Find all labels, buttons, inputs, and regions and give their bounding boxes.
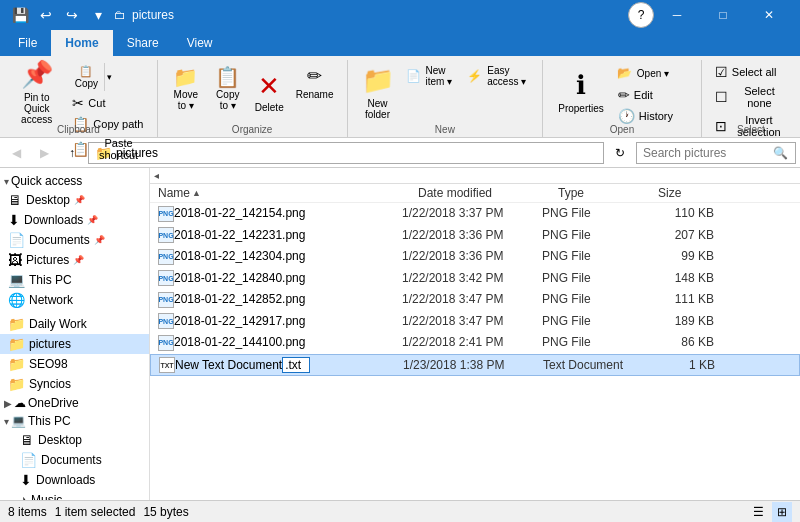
sidebar-item-network[interactable]: 🌐 Network xyxy=(0,290,149,310)
dropdown-button[interactable]: ▾ xyxy=(86,3,110,27)
undo-button[interactable]: ↩ xyxy=(34,3,58,27)
documents-icon: 📄 xyxy=(8,232,25,248)
help-button[interactable]: ? xyxy=(628,2,654,28)
thispc-icon: 💻 xyxy=(8,272,25,288)
file-name: 2018-01-22_142852.png xyxy=(174,292,305,306)
sidebar-item-syncios[interactable]: 📁 Syncios xyxy=(0,374,149,394)
sidebar-item-downloads[interactable]: ⬇ Downloads 📌 xyxy=(0,210,149,230)
sidebar-item-pc-music[interactable]: ♪ Music xyxy=(0,490,149,500)
file-icon: PNG xyxy=(158,270,174,287)
col-header-size[interactable]: Size xyxy=(658,186,738,200)
close-button[interactable]: ✕ xyxy=(746,0,792,30)
sidebar-item-seo98[interactable]: 📁 SEO98 xyxy=(0,354,149,374)
clipboard-group: 📌 Pin to Quickaccess 📋 Copy ▾ ✂ Cut 📋 xyxy=(0,60,158,137)
address-bar[interactable]: 📁 pictures xyxy=(88,142,604,164)
select-all-button[interactable]: ☑ Select all xyxy=(710,62,792,82)
open-small-group: 📂 Open ▾ ✏ Edit 🕐 History xyxy=(613,62,693,126)
sidebar-item-network-label: Network xyxy=(29,293,73,307)
sidebar-item-pictures-folder[interactable]: 📁 pictures xyxy=(0,334,149,354)
sidebar-item-documents[interactable]: 📄 Documents 📌 xyxy=(0,230,149,250)
redo-button[interactable]: ↪ xyxy=(60,3,84,27)
copy-to-icon: 📋 xyxy=(215,65,240,89)
copy-to-button[interactable]: 📋 Copy to ▾ xyxy=(208,62,248,114)
copy-button[interactable]: 📋 Copy xyxy=(68,63,104,91)
ribbon: 📌 Pin to Quickaccess 📋 Copy ▾ ✂ Cut 📋 xyxy=(0,56,800,138)
sidebar-item-pc-downloads[interactable]: ⬇ Downloads xyxy=(0,470,149,490)
move-to-button[interactable]: 📁 Move to ▾ xyxy=(166,62,206,114)
onedrive-header[interactable]: ▶ ☁ OneDrive xyxy=(0,394,149,412)
rename-input[interactable] xyxy=(282,357,310,373)
tab-home[interactable]: Home xyxy=(51,30,112,56)
tab-share[interactable]: Share xyxy=(113,30,173,56)
table-row[interactable]: PNG2018-01-22_142154.png1/22/2018 3:37 P… xyxy=(150,203,800,225)
file-list-header: Name ▲ Date modified Type Size xyxy=(150,184,800,203)
new-item-button[interactable]: 📄 New item ▾ xyxy=(402,62,462,90)
clipboard-small-group: 📋 Copy ▾ ✂ Cut 📋 Copy path 📋 Paste short… xyxy=(67,62,148,163)
quick-access-label: Quick access xyxy=(11,174,82,188)
table-row[interactable]: TXTNew Text Document1/23/2018 1:38 PMTex… xyxy=(150,354,800,377)
save-button[interactable]: 💾 xyxy=(8,3,32,27)
sidebar-item-pc-documents[interactable]: 📄 Documents xyxy=(0,450,149,470)
pictures-folder-icon: 📁 xyxy=(8,336,25,352)
search-input[interactable] xyxy=(643,146,773,160)
move-to-main[interactable]: 📁 Move to ▾ xyxy=(167,63,205,113)
new-folder-button[interactable]: 📁 Newfolder xyxy=(356,62,400,122)
select-none-button[interactable]: ☐ Select none xyxy=(710,83,792,111)
table-row[interactable]: PNG2018-01-22_142852.png1/22/2018 3:47 P… xyxy=(150,289,800,311)
copy-dropdown-arrow[interactable]: ▾ xyxy=(104,63,114,91)
new-folder-icon: 📁 xyxy=(362,65,394,96)
sidebar-item-dailywork-label: Daily Work xyxy=(29,317,87,331)
refresh-button[interactable]: ↻ xyxy=(608,141,632,165)
chevron-icon-2: ▶ xyxy=(4,398,12,409)
history-button[interactable]: 🕐 History xyxy=(613,106,693,126)
paste-shortcut-icon: 📋 xyxy=(72,141,89,157)
tab-file[interactable]: File xyxy=(4,30,51,56)
open-split-button[interactable]: 📂 Open ▾ xyxy=(613,62,693,84)
search-icon: 🔍 xyxy=(773,146,788,160)
rename-icon: ✏ xyxy=(307,65,322,87)
large-icons-view-button[interactable]: ⊞ xyxy=(772,502,792,522)
clipboard-content: 📌 Pin to Quickaccess 📋 Copy ▾ ✂ Cut 📋 xyxy=(8,62,149,163)
sidebar-item-syncios-label: Syncios xyxy=(29,377,71,391)
table-row[interactable]: PNG2018-01-22_142304.png1/22/2018 3:36 P… xyxy=(150,246,800,268)
cut-button[interactable]: ✂ Cut xyxy=(67,93,148,113)
table-row[interactable]: PNG2018-01-22_142231.png1/22/2018 3:36 P… xyxy=(150,225,800,247)
sidebar-item-desktop[interactable]: 🖥 Desktop 📌 xyxy=(0,190,149,210)
pictures-icon: 🖼 xyxy=(8,252,22,268)
edit-button[interactable]: ✏ Edit xyxy=(613,85,693,105)
file-size: 110 KB xyxy=(642,206,722,220)
table-row[interactable]: PNG2018-01-22_142917.png1/22/2018 3:47 P… xyxy=(150,311,800,333)
copy-to-main[interactable]: 📋 Copy to ▾ xyxy=(209,63,247,113)
col-header-date[interactable]: Date modified xyxy=(418,186,558,200)
sidebar-item-dailywork[interactable]: 📁 Daily Work xyxy=(0,314,149,334)
sidebar-item-pc-desktop-label: Desktop xyxy=(38,433,82,447)
minimize-button[interactable]: ─ xyxy=(654,0,700,30)
sidebar-item-pictures[interactable]: 🖼 Pictures 📌 xyxy=(0,250,149,270)
pin-to-quick-access-button[interactable]: 📌 Pin to Quickaccess xyxy=(8,62,65,122)
edit-icon: ✏ xyxy=(618,87,630,103)
file-size: 99 KB xyxy=(642,249,722,263)
quick-access-header[interactable]: ▾ Quick access xyxy=(0,172,149,190)
sidebar-item-thispc[interactable]: 💻 This PC xyxy=(0,270,149,290)
sidebar-item-pc-desktop[interactable]: 🖥 Desktop xyxy=(0,430,149,450)
col-header-name[interactable]: Name ▲ xyxy=(158,186,418,200)
thispc-header[interactable]: ▾ 💻 This PC xyxy=(0,412,149,430)
details-view-button[interactable]: ☰ xyxy=(748,502,768,522)
table-row[interactable]: PNG2018-01-22_142840.png1/22/2018 3:42 P… xyxy=(150,268,800,290)
dailywork-icon: 📁 xyxy=(8,316,25,332)
table-row[interactable]: PNG2018-01-22_144100.png1/22/2018 2:41 P… xyxy=(150,332,800,354)
col-header-type[interactable]: Type xyxy=(558,186,658,200)
tab-view[interactable]: View xyxy=(173,30,227,56)
delete-button[interactable]: ✕ Delete xyxy=(250,62,289,122)
copy-split-button[interactable]: 📋 Copy ▾ xyxy=(67,62,148,92)
file-size: 111 KB xyxy=(642,292,722,306)
rename-button[interactable]: ✏ Rename xyxy=(291,62,339,103)
collapse-sidebar-button[interactable]: ◂ xyxy=(154,170,159,181)
search-bar[interactable]: 🔍 xyxy=(636,142,796,164)
paste-shortcut-button[interactable]: 📋 Paste shortcut xyxy=(67,135,148,163)
file-icon: PNG xyxy=(158,248,174,265)
properties-button[interactable]: ℹ Properties xyxy=(551,62,611,122)
file-date: 1/22/2018 3:36 PM xyxy=(402,249,542,263)
easy-access-button[interactable]: ⚡ Easy access ▾ xyxy=(463,62,534,90)
maximize-button[interactable]: □ xyxy=(700,0,746,30)
